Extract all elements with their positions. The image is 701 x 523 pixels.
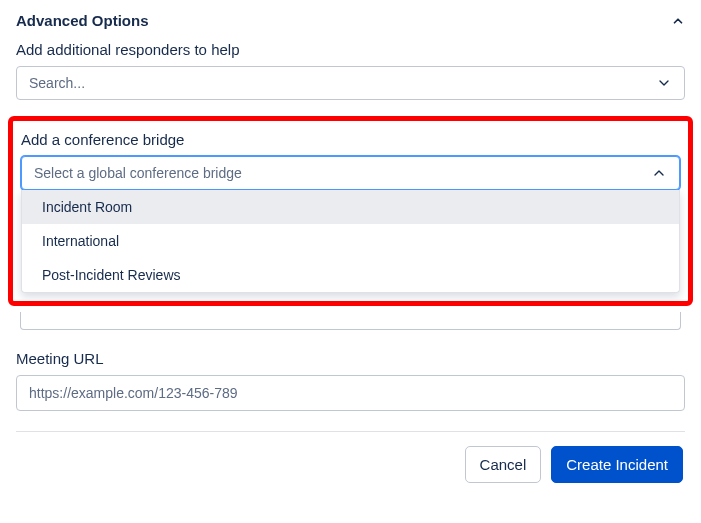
chevron-up-icon [651, 165, 667, 181]
dropdown-option-incident-room[interactable]: Incident Room [22, 190, 679, 224]
advanced-options-header[interactable]: Advanced Options [16, 8, 685, 37]
collapsed-field-remnant [20, 312, 681, 330]
meeting-url-input[interactable] [16, 375, 685, 411]
chevron-up-icon [671, 14, 685, 28]
conference-bridge-highlight: Add a conference bridge Select a global … [8, 116, 693, 306]
cancel-button[interactable]: Cancel [465, 446, 542, 483]
conference-placeholder: Select a global conference bridge [34, 165, 242, 181]
dropdown-option-post-incident[interactable]: Post-Incident Reviews [22, 258, 679, 292]
meeting-url-label: Meeting URL [16, 350, 685, 367]
footer-buttons: Cancel Create Incident [16, 446, 685, 483]
conference-bridge-select[interactable]: Select a global conference bridge [21, 156, 680, 190]
conference-dropdown: Incident Room International Post-Inciden… [21, 190, 680, 293]
responders-label: Add additional responders to help [16, 41, 685, 58]
responders-placeholder: Search... [29, 75, 85, 91]
section-title: Advanced Options [16, 12, 149, 29]
chevron-down-icon [656, 75, 672, 91]
responders-search-select[interactable]: Search... [16, 66, 685, 100]
conference-label: Add a conference bridge [21, 131, 680, 148]
create-incident-button[interactable]: Create Incident [551, 446, 683, 483]
divider [16, 431, 685, 432]
dropdown-option-international[interactable]: International [22, 224, 679, 258]
